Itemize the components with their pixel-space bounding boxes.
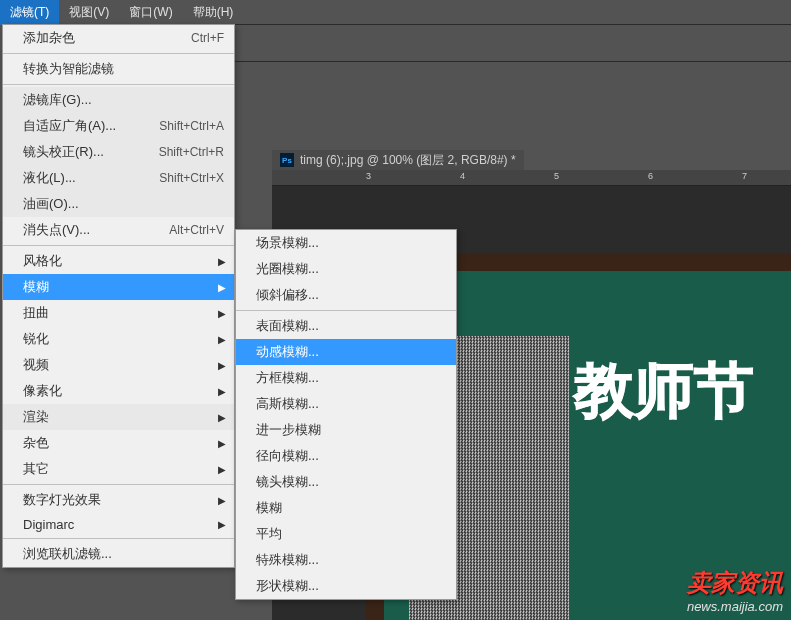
chevron-right-icon: ▶ <box>218 412 226 423</box>
menu-window[interactable]: 窗口(W) <box>119 0 182 25</box>
menu-item-render[interactable]: 渲染 ▶ <box>3 404 234 430</box>
chevron-right-icon: ▶ <box>218 334 226 345</box>
submenu-item-gaussian-blur[interactable]: 高斯模糊... <box>236 391 456 417</box>
watermark-url: news.maijia.com <box>687 599 783 614</box>
menu-item-convert-smart[interactable]: 转换为智能滤镜 <box>3 56 234 82</box>
chevron-right-icon: ▶ <box>218 282 226 293</box>
menu-item-adaptive-wide[interactable]: 自适应广角(A)... Shift+Ctrl+A <box>3 113 234 139</box>
chevron-right-icon: ▶ <box>218 464 226 475</box>
submenu-item-special-blur[interactable]: 特殊模糊... <box>236 547 456 573</box>
submenu-item-radial-blur[interactable]: 径向模糊... <box>236 443 456 469</box>
submenu-item-surface-blur[interactable]: 表面模糊... <box>236 313 456 339</box>
menu-item-stylize[interactable]: 风格化 ▶ <box>3 248 234 274</box>
menu-help[interactable]: 帮助(H) <box>183 0 244 25</box>
menu-separator <box>3 53 234 54</box>
menu-filter[interactable]: 滤镜(T) <box>0 0 59 25</box>
menu-separator <box>3 245 234 246</box>
menu-item-distort[interactable]: 扭曲 ▶ <box>3 300 234 326</box>
menu-view[interactable]: 视图(V) <box>59 0 119 25</box>
submenu-item-average[interactable]: 平均 <box>236 521 456 547</box>
ruler-horizontal: 3 4 5 6 7 <box>272 170 791 186</box>
options-bar <box>235 24 791 62</box>
submenu-item-blur-more[interactable]: 进一步模糊 <box>236 417 456 443</box>
menu-item-video[interactable]: 视频 ▶ <box>3 352 234 378</box>
menu-item-vanishing-point[interactable]: 消失点(V)... Alt+Ctrl+V <box>3 217 234 243</box>
menu-item-other[interactable]: 其它 ▶ <box>3 456 234 482</box>
submenu-item-motion-blur[interactable]: 动感模糊... <box>236 339 456 365</box>
chevron-right-icon: ▶ <box>218 386 226 397</box>
menu-separator <box>3 484 234 485</box>
submenu-item-field-blur[interactable]: 场景模糊... <box>236 230 456 256</box>
filter-dropdown: 添加杂色 Ctrl+F 转换为智能滤镜 滤镜库(G)... 自适应广角(A)..… <box>2 24 235 568</box>
menu-item-oil-paint[interactable]: 油画(O)... <box>3 191 234 217</box>
menu-item-digital-light[interactable]: 数字灯光效果 ▶ <box>3 487 234 513</box>
menubar: 滤镜(T) 视图(V) 窗口(W) 帮助(H) <box>0 0 791 24</box>
menu-separator <box>236 310 456 311</box>
document-title: timg (6);.jpg @ 100% (图层 2, RGB/8#) * <box>300 152 516 169</box>
submenu-item-blur[interactable]: 模糊 <box>236 495 456 521</box>
menu-item-blur[interactable]: 模糊 ▶ <box>3 274 234 300</box>
submenu-item-lens-blur[interactable]: 镜头模糊... <box>236 469 456 495</box>
menu-item-pixelate[interactable]: 像素化 ▶ <box>3 378 234 404</box>
menu-item-last-filter[interactable]: 添加杂色 Ctrl+F <box>3 25 234 51</box>
menu-item-noise[interactable]: 杂色 ▶ <box>3 430 234 456</box>
submenu-item-box-blur[interactable]: 方框模糊... <box>236 365 456 391</box>
menu-item-digimarc[interactable]: Digimarc ▶ <box>3 513 234 536</box>
watermark-title: 卖家资讯 <box>687 567 783 599</box>
chevron-right-icon: ▶ <box>218 519 226 530</box>
chevron-right-icon: ▶ <box>218 438 226 449</box>
chevron-right-icon: ▶ <box>218 360 226 371</box>
document-tab[interactable]: Ps timg (6);.jpg @ 100% (图层 2, RGB/8#) * <box>272 150 524 170</box>
chevron-right-icon: ▶ <box>218 308 226 319</box>
blur-submenu: 场景模糊... 光圈模糊... 倾斜偏移... 表面模糊... 动感模糊... … <box>235 229 457 600</box>
chalk-heading: 教师节 <box>574 351 754 432</box>
menu-item-filter-gallery[interactable]: 滤镜库(G)... <box>3 87 234 113</box>
submenu-item-iris-blur[interactable]: 光圈模糊... <box>236 256 456 282</box>
submenu-item-tilt-shift[interactable]: 倾斜偏移... <box>236 282 456 308</box>
menu-separator <box>3 538 234 539</box>
menu-separator <box>3 84 234 85</box>
menu-item-lens-correction[interactable]: 镜头校正(R)... Shift+Ctrl+R <box>3 139 234 165</box>
submenu-item-shape-blur[interactable]: 形状模糊... <box>236 573 456 599</box>
watermark: 卖家资讯 news.maijia.com <box>687 567 783 614</box>
menu-item-liquify[interactable]: 液化(L)... Shift+Ctrl+X <box>3 165 234 191</box>
menu-item-browse-online[interactable]: 浏览联机滤镜... <box>3 541 234 567</box>
menu-item-sharpen[interactable]: 锐化 ▶ <box>3 326 234 352</box>
photoshop-icon: Ps <box>280 153 294 167</box>
chevron-right-icon: ▶ <box>218 256 226 267</box>
chevron-right-icon: ▶ <box>218 495 226 506</box>
